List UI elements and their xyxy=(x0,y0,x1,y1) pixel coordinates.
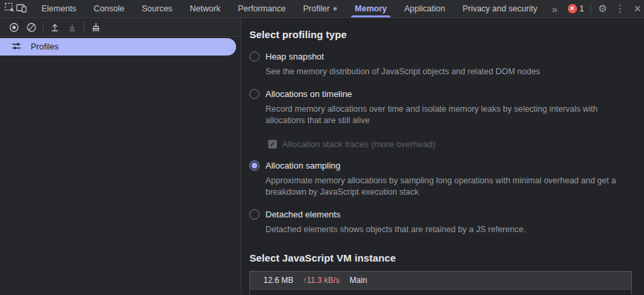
tab-application[interactable]: Application xyxy=(395,0,453,17)
radio-allocations-on-timeline[interactable]: Allocations on timeline xyxy=(249,89,644,99)
tab-profiler[interactable]: Profiler ✱ xyxy=(294,0,346,17)
collect-garbage-button[interactable] xyxy=(87,19,104,36)
download-icon xyxy=(67,22,78,33)
option-description: Approximate memory allocations by sampli… xyxy=(265,175,640,198)
radio-icon xyxy=(249,89,259,99)
close-icon: × xyxy=(634,2,641,16)
settings-button[interactable]: ⚙ xyxy=(594,0,611,18)
vm-instance-row-main[interactable]: 12.6 MB ↑11.3 kB/s Main xyxy=(250,272,631,290)
devtools-body: Profiles Select profiling type Heap snap… xyxy=(0,18,644,294)
checkbox-checked-icon: ✓ xyxy=(268,140,277,149)
memory-sidebar: Profiles xyxy=(0,18,241,294)
tab-label: Console xyxy=(94,4,124,13)
toolbar-divider xyxy=(43,22,43,33)
tab-label: Profiler xyxy=(303,4,330,13)
error-count: 1 xyxy=(580,4,584,13)
gear-icon: ⚙ xyxy=(598,3,607,15)
chevron-double-right-icon: » xyxy=(552,3,557,15)
record-button[interactable] xyxy=(5,19,23,36)
device-toolbar-button[interactable] xyxy=(15,0,27,17)
radio-heap-snapshot[interactable]: Heap snapshot xyxy=(249,52,644,62)
radio-detached-elements[interactable]: Detached elements xyxy=(249,209,644,219)
clear-all-profiles-button[interactable] xyxy=(23,19,40,36)
tab-elements[interactable]: Elements xyxy=(33,0,85,17)
vm-heap-size: 12.6 MB xyxy=(263,276,294,285)
kebab-menu-icon: ⋮ xyxy=(615,3,625,15)
option-label: Heap snapshot xyxy=(265,52,324,62)
customize-devtools-button[interactable]: ⋮ xyxy=(611,0,629,18)
tabbar-divider xyxy=(591,3,591,14)
option-label: Allocation sampling xyxy=(265,161,340,171)
tab-label: Performance xyxy=(238,4,286,13)
inspect-cursor-icon xyxy=(4,2,15,15)
vm-instance-name: Main xyxy=(350,276,367,285)
tab-label: Network xyxy=(190,4,221,13)
vm-allocation-rate: ↑11.3 kB/s xyxy=(303,276,340,285)
tune-icon xyxy=(11,41,22,54)
block-icon xyxy=(26,22,37,33)
vm-instance-list: 12.6 MB ↑11.3 kB/s Main xyxy=(249,271,632,294)
close-devtools-button[interactable]: × xyxy=(629,0,644,18)
tab-memory[interactable]: Memory xyxy=(346,0,396,17)
tab-label: Privacy and security xyxy=(463,4,538,13)
tab-label: Elements xyxy=(41,4,76,13)
record-icon xyxy=(9,22,19,33)
profiles-label: Profiles xyxy=(31,42,59,52)
error-circle-icon: × xyxy=(568,4,577,13)
tab-console[interactable]: Console xyxy=(85,0,133,17)
broom-icon xyxy=(90,22,102,33)
profiling-type-heading: Select profiling type xyxy=(249,29,644,40)
checkbox-label: Allocation stack traces (more overhead) xyxy=(282,139,435,149)
tab-performance[interactable]: Performance xyxy=(229,0,295,17)
device-toolbar-icon xyxy=(15,3,27,15)
load-profile-button[interactable] xyxy=(46,19,64,36)
tab-label: Application xyxy=(404,4,445,13)
inspect-element-button[interactable] xyxy=(4,0,15,17)
vm-instance-heading: Select JavaScript VM instance xyxy=(249,252,644,264)
option-label: Allocations on timeline xyxy=(265,89,352,99)
radio-allocation-sampling[interactable]: Allocation sampling xyxy=(249,161,644,171)
tab-privacy-and-security[interactable]: Privacy and security xyxy=(454,0,546,17)
option-description: See the memory distribution of JavaScrip… xyxy=(265,66,640,78)
tab-label: Sources xyxy=(142,4,173,13)
devtools-window: Elements Console Sources Network Perform… xyxy=(0,0,644,295)
devtools-tabbar: Elements Console Sources Network Perform… xyxy=(0,0,644,18)
experiment-icon: ✱ xyxy=(333,6,338,12)
tab-label: Memory xyxy=(355,4,387,13)
memory-panel-content: Select profiling type Heap snapshot See … xyxy=(241,18,644,294)
option-description: Detached elements shows objects that are… xyxy=(265,224,640,235)
toolbar-divider xyxy=(84,22,84,33)
tabbar-right-controls: » × 1 ⚙ ⋮ × xyxy=(546,0,644,17)
option-label: Detached elements xyxy=(265,209,340,219)
more-tabs-button[interactable]: » xyxy=(546,0,564,18)
save-profile-button[interactable] xyxy=(64,19,81,36)
radio-selected-icon xyxy=(249,161,259,171)
tab-sources[interactable]: Sources xyxy=(133,0,181,17)
console-error-badge[interactable]: × 1 xyxy=(564,4,588,13)
option-description: Record memory allocations over time and … xyxy=(265,104,640,126)
tab-network[interactable]: Network xyxy=(181,0,229,17)
checkbox-allocation-stack-traces[interactable]: ✓ Allocation stack traces (more overhead… xyxy=(268,139,644,149)
radio-icon xyxy=(249,52,259,62)
radio-icon xyxy=(249,209,259,219)
upload-icon xyxy=(49,22,60,33)
profiles-toolbar xyxy=(0,18,241,37)
sidebar-item-profiles[interactable]: Profiles xyxy=(0,38,236,56)
